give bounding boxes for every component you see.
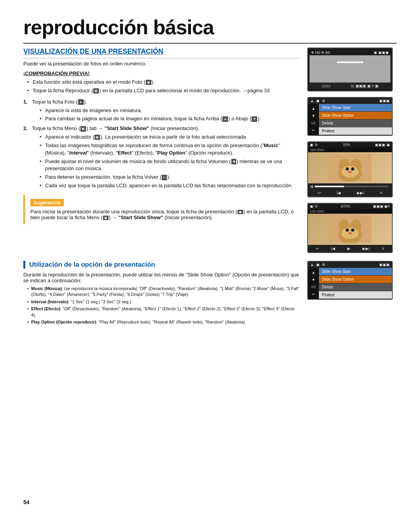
- step-1-sub: Aparece la vista de imágenes en miniatur…: [32, 107, 299, 123]
- cam-thumbnails: [310, 55, 390, 83]
- volume-icon: ◀: [310, 184, 313, 188]
- ctrl-next-3: ▶▶|: [357, 191, 364, 195]
- cam-play-controls-3: ↩ |◀ ▶▶| ≡: [308, 189, 392, 197]
- nav-up: ▲: [312, 106, 315, 111]
- cam-counter-3: 7/70: [343, 143, 350, 147]
- cam-battery-4: ▣▣▣ ▣F: [373, 204, 390, 208]
- cam-screen-4: ▣ ⑤ 67/70 ▣▣▣ ▣F 100-0067 ↩: [307, 203, 393, 253]
- cam-battery: ▣▣▣: [379, 99, 390, 103]
- cam-foto-icon: ▲: [310, 99, 314, 103]
- cam-counter-label-5: 1/2: [311, 285, 316, 289]
- ctrl-back-3: ↩: [318, 191, 321, 195]
- cam-sub-counter-3: 100-0067: [308, 148, 392, 152]
- pres-icon: ▣: [238, 210, 243, 214]
- step-1: 1. Toque la ficha Foto (▲). Aparece la v…: [23, 98, 299, 123]
- step-1-sub-1: Aparece la vista de imágenes en miniatur…: [40, 107, 299, 114]
- menu-slide-show-option-5[interactable]: Slide Show Option: [319, 276, 392, 283]
- menu-delete[interactable]: Delete: [319, 120, 392, 127]
- arriba-icon: ▲: [222, 116, 228, 122]
- section2-right: ▲ ▣ ⚙ ▣▣▣ ▲ ▼ 1/2 ↩ Slide Show Start Sli…: [307, 261, 397, 326]
- ctrl-back-4: ↩: [316, 246, 319, 251]
- menu-protect-5[interactable]: Protect: [319, 291, 392, 299]
- section1-intro: Puede ver la presentación de fotos en or…: [23, 61, 299, 67]
- steps-list: 1. Toque la ficha Foto (▲). Aparece la v…: [23, 98, 299, 190]
- section2-options: Music (Música): (se reproducirá la músic…: [23, 286, 299, 325]
- step-2-sub-3: Puede ajustar el nivel de volumen de mús…: [40, 158, 299, 173]
- cam-menu-list: Slide Show Start Slide Show Option Delet…: [319, 104, 392, 135]
- indicator-icon: ▣: [94, 135, 100, 140]
- sugerencia-box: Sugerencia Para iniciar la presentación …: [23, 195, 299, 224]
- menu-slide-show-start[interactable]: Slide Show Start: [319, 104, 392, 112]
- cam-volume-bar: ◀: [308, 183, 392, 189]
- page-number: 54: [23, 499, 30, 505]
- volume-fill: [315, 186, 344, 187]
- cam-menu-icon-top-5: ▣: [316, 263, 320, 267]
- section1-content: VISUALIZACIÓN DE UNA PRESENTACIÓN Puede …: [23, 47, 397, 253]
- sugerencia-text: Para iniciar la presentación durante una…: [30, 209, 294, 220]
- volumen-icon: ◀: [231, 159, 236, 164]
- option-interval: Interval (Intervalo): "1 Sec" (1 seg.) "…: [27, 299, 299, 305]
- dog-image-svg: [329, 154, 371, 181]
- volume-track: [315, 186, 388, 187]
- cam-nav-icons: ◎ ▣▣▣ ▣ ≡ ▣: [351, 84, 378, 88]
- cam-screen-2: ▲ ▣ ⚙ ▣▣▣ ▲ ▼ 1/2 ↩ Slide Show Start Sli…: [307, 97, 393, 136]
- cam-counter-4: 67/70: [341, 204, 350, 208]
- option-music: Music (Música): (se reproducirá la músic…: [27, 286, 299, 298]
- ctrl-next-4: ▶▶|: [362, 246, 370, 251]
- step-2-sub-4: Para detener la presentación, toque la f…: [40, 174, 299, 181]
- foto-icon: ▣: [146, 80, 151, 85]
- cam-play-image-3: [308, 152, 392, 183]
- cam-nav-col: ▲ ▼ 1/2 ↩: [308, 104, 319, 135]
- cam-menu-top-icons: ▲ ▣ ⚙: [310, 99, 325, 103]
- cam-screen-1: ❄ HD ❄ SD ▣ ▣▣▣ 12/12 ◎ ▣▣▣ ▣ ≡ ▣: [307, 47, 393, 91]
- nav-up-5: ▲: [312, 270, 315, 274]
- section2-intro: Durante la reproducción de la presentaci…: [23, 272, 299, 283]
- section1-title: VISUALIZACIÓN DE UNA PRESENTACIÓN: [23, 47, 299, 58]
- check-bullet-2: Toque la ficha Reproducir (▣) en la pant…: [27, 87, 299, 95]
- section2-title: Utilización de la opción de presentación: [23, 261, 299, 269]
- cam-play-controls-4: ↩ |◀ ▶ ▶▶| ≡: [308, 245, 392, 252]
- check-bullet-1: Esta función sólo está operativa en el m…: [27, 79, 299, 86]
- svg-point-5: [346, 167, 349, 171]
- section1-left: VISUALIZACIÓN DE UNA PRESENTACIÓN Puede …: [23, 47, 299, 253]
- menu-delete-5[interactable]: Delete: [319, 283, 392, 291]
- step-2-sub-1: Aparece el indicador (▣). La presentació…: [40, 134, 299, 141]
- step-2-sub-5: Cada vez que toque la pantalla LCD, apar…: [40, 182, 299, 190]
- thumb-2: [337, 62, 364, 63]
- cam-hd-label: ❄ HD ❄ SD: [311, 51, 330, 55]
- cam-screen-3: ▣ ⑤ 7/70 ▣▣▣ ▣ 100-0067 ◀: [307, 141, 393, 197]
- cam-foto-icon-5: ▲: [310, 263, 314, 267]
- camera-screenshots: ❄ HD ❄ SD ▣ ▣▣▣ 12/12 ◎ ▣▣▣ ▣ ≡ ▣ ▲: [307, 47, 397, 253]
- cam-menu-content-5: ▲ ▼ 1/2 ↩ Slide Show Start Slide Show Op…: [308, 268, 392, 299]
- nav-down-5: ▼: [312, 278, 315, 282]
- section2-content: Utilización de la opción de presentación…: [23, 261, 397, 326]
- menu-icon-2: ▣: [103, 216, 108, 220]
- ctrl-prev-3: |◀: [337, 191, 341, 195]
- check-title: ¡COMPROBACIÓN PREVIA!: [23, 70, 299, 76]
- cam-screen-5: ▲ ▣ ⚙ ▣▣▣ ▲ ▼ 1/2 ↩ Slide Show Start Sli…: [307, 261, 393, 300]
- reproducir-icon: ▣: [93, 88, 99, 94]
- cam-counter-1: 12/12: [322, 84, 331, 88]
- svg-point-14: [351, 229, 354, 232]
- cam-battery-3: ▣▣▣ ▣: [375, 143, 390, 147]
- option-effect: Effect (Efecto): "Off" (Desactivado), "R…: [27, 306, 299, 318]
- section2-left: Utilización de la opción de presentación…: [23, 261, 299, 326]
- svg-point-15: [348, 232, 352, 234]
- menu-slide-show-option[interactable]: Slide Show Option: [319, 112, 392, 120]
- cam-battery-5: ▣▣▣: [379, 263, 390, 267]
- cam-menu-top-icons-5: ▲ ▣ ⚙: [310, 263, 325, 267]
- cam-sub-counter-4: 100-0067: [308, 209, 392, 214]
- cam-icons-1: ▣ ▣▣▣: [374, 51, 389, 55]
- foto-icon-2: ▲: [78, 99, 84, 105]
- svg-point-13: [346, 229, 349, 232]
- menu-protect[interactable]: Protect: [319, 127, 392, 135]
- step-2-num: 2.: [23, 125, 28, 132]
- check-bullets: Esta función sólo está operativa en el m…: [23, 79, 299, 95]
- cam-menu-icon-top: ▣: [316, 99, 320, 103]
- cam-gear-icon-5: ⚙: [322, 263, 325, 267]
- nav-down: ▼: [312, 114, 315, 118]
- cam-play-icon-4: ▣ ⑤: [310, 204, 318, 208]
- menu-slide-show-start-5[interactable]: Slide Show Start: [319, 268, 392, 276]
- cam-top-bar-1: ❄ HD ❄ SD ▣ ▣▣▣: [310, 50, 390, 55]
- ctrl-menu-4: ≡: [382, 246, 384, 251]
